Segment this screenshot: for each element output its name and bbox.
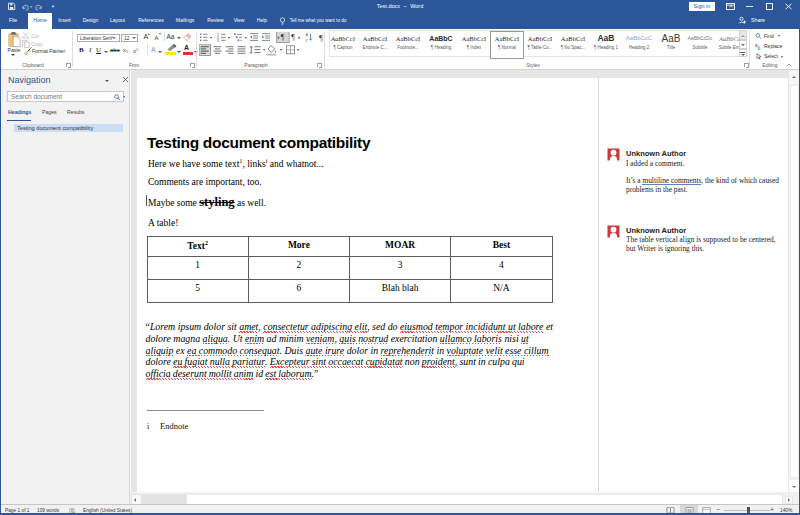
svg-text:¶: ¶: [291, 33, 295, 42]
svg-text:¶: ¶: [319, 33, 323, 43]
svg-text:b: b: [758, 45, 761, 50]
svg-text:3.: 3.: [217, 39, 220, 43]
svg-text:¶: ¶: [281, 33, 285, 42]
svg-text:Z: Z: [306, 39, 309, 43]
svg-text:A: A: [306, 33, 309, 37]
